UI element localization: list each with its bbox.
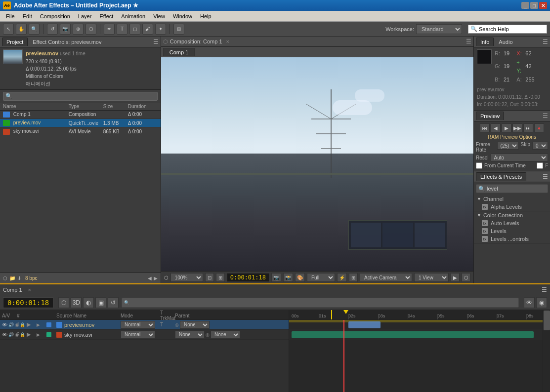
track-2-expand[interactable]: ▶ [27,331,37,338]
tab-audio[interactable]: Audio [495,38,516,46]
effect-levels-controls[interactable]: fx Levels ...ontrols [474,235,550,243]
track-2-video-toggle[interactable]: 👁 [2,332,7,338]
fast-preview-btn[interactable]: ⚡ [337,273,347,282]
timeline-menu-icon[interactable]: ☰ [542,286,547,293]
ram-preview-options[interactable]: RAM Preview Options [476,134,548,140]
menu-animation[interactable]: Animation [117,12,149,20]
close-button[interactable]: ✕ [539,2,547,9]
panel-menu-icon[interactable]: ☰ [153,39,159,45]
menu-edit[interactable]: Edit [19,12,36,20]
quality-dropdown[interactable]: Full [307,273,335,282]
timeline-tab-comp1[interactable]: Comp 1 [3,287,22,293]
search-input[interactable] [479,26,543,32]
project-item-comp1[interactable]: Comp 1 Composition Δ 0:00 [0,111,161,119]
brush-tool[interactable]: 🖌 [142,24,153,35]
track-1-parent-select[interactable]: None [180,321,210,329]
import-icon[interactable]: ⬇ [17,275,21,281]
track-1-keyframe-block[interactable] [348,321,381,328]
track-1-expand[interactable]: ▶ [27,321,37,328]
effect-group-color-header[interactable]: ▼ Color Correction [474,211,550,219]
show-channel-btn[interactable]: 🎨 [295,273,305,282]
timeline-close-icon[interactable]: × [28,287,31,293]
timeline-time-display[interactable]: 0:00:01:18 [3,297,53,308]
track-2-audio-toggle[interactable]: 🔊 [8,332,14,337]
skip-select[interactable]: 0 [532,142,548,150]
track-2-keyframe-block[interactable] [292,331,534,338]
maximize-button[interactable]: □ [530,2,538,9]
from-current-time-checkbox[interactable] [476,162,482,169]
menu-composition[interactable]: Composition [36,12,74,20]
workspace-dropdown[interactable]: Standard [416,24,462,34]
arrow-tool[interactable]: ↖ [3,24,14,35]
track-2-mode[interactable]: Normal [121,331,155,339]
track-2-expand-2[interactable]: ▶ [37,332,46,337]
mask-tool[interactable]: ⬡ [85,24,96,35]
next-frame-btn[interactable]: ▶▶ [512,123,522,132]
view-mode-dropdown[interactable]: 1 View [414,273,449,282]
effect-levels[interactable]: fx Levels [474,227,550,235]
menu-window[interactable]: Window [169,12,196,20]
play-btn[interactable]: ▶ [502,123,511,132]
track-1-mode[interactable]: Normal [121,321,155,329]
live-update-btn[interactable]: ↺ [108,297,119,308]
effects-menu-icon[interactable]: ☰ [543,173,548,180]
menu-effect[interactable]: Effect [95,12,117,20]
menu-view[interactable]: View [149,12,169,20]
tab-effects-presets[interactable]: Effects & Presets [476,172,526,181]
track-2-parent-select[interactable]: None [211,331,240,339]
last-frame-btn[interactable]: ⏭ [523,123,533,132]
resol-select[interactable]: Auto [491,154,548,161]
zoom-dropdown[interactable]: 100% [170,273,203,282]
menu-help[interactable]: Help [196,12,215,20]
timeline-scrollbar[interactable] [543,310,550,392]
track-row-1[interactable]: 👁 🔊 ◉ 🔒 1 ▶ ▶ preview.mov Normal T [0,320,289,330]
scrollbar-thumb[interactable] [544,311,550,330]
timeline-search-input[interactable] [131,300,516,306]
project-item-preview[interactable]: preview.mov QuickTi...ovie 1.3 MB Δ 0:00 [0,119,161,127]
viewer-settings-icon[interactable]: ⬡ [164,275,169,280]
effects-search-input[interactable] [487,186,550,192]
motion-blur-btn[interactable]: ◐ [83,297,94,308]
effect-group-channel-header[interactable]: ▼ Channel [474,195,550,203]
menu-file[interactable]: File [2,12,19,20]
shape-tool[interactable]: ◻ [129,24,140,35]
solo-btn[interactable]: ◉ [536,297,547,308]
fit-btn[interactable]: ⊡ [205,273,214,282]
new-comp-icon[interactable]: ⬡ [3,275,7,281]
tab-project[interactable]: Project [2,38,28,46]
menu-layer[interactable]: Layer [74,12,96,20]
grid-btn[interactable]: ⊞ [349,273,358,282]
region-btn[interactable]: ⬡ [462,273,470,282]
track-1-expand-2[interactable]: ▶ [37,322,46,327]
shy-layers-btn[interactable]: 👁 [524,297,535,308]
from-current-time-checkbox-2[interactable] [537,162,543,169]
track-row-2[interactable]: 👁 🔊 ◉ 🔒 2 ▶ ▶ sky mov.avi Normal [0,330,289,340]
preview-menu-icon[interactable]: ☰ [543,113,548,119]
new-folder-icon[interactable]: 📁 [9,275,15,281]
draft-3d-btn[interactable]: 3D [71,297,82,308]
record-btn[interactable]: ● [534,123,544,132]
zoom-tool[interactable]: 🔍 [29,24,40,35]
snapping-toggle[interactable]: ⊞ [173,24,184,35]
tab-effect-controls[interactable]: Effect Controls: preview.mov [29,38,105,46]
composition-markers-btn[interactable]: ⬡ [58,297,69,308]
prev-frame-btn[interactable]: ◀ [491,123,501,132]
comp-menu-icon[interactable]: ☰ [466,38,471,45]
rotate-tool[interactable]: ↺ [47,24,58,35]
timeline-ruler[interactable]: 00s 01s 02s 03s 04s 05s 06s 07s 08s [289,310,543,320]
frame-rate-select[interactable]: (25) [497,142,519,150]
effect-auto-levels[interactable]: fx Auto Levels [474,219,550,227]
track-1-video-toggle[interactable]: 👁 [2,322,7,328]
timeline-keyframe-area[interactable] [289,320,543,392]
track-2-trkmat-select[interactable]: None [175,331,205,339]
clone-tool[interactable]: ✦ [155,24,166,35]
pan-tool[interactable]: ⊕ [73,24,84,35]
info-menu-icon[interactable]: ☰ [543,39,548,45]
view-dropdown[interactable]: Active Camera [360,273,412,282]
frame-blend-btn[interactable]: ▣ [95,297,106,308]
track-1-audio-toggle[interactable]: 🔊 [8,322,14,327]
tab-info[interactable]: Info [476,38,494,46]
render-btn[interactable]: ▶ [451,273,460,282]
type-tool[interactable]: T [117,24,127,35]
tab-preview[interactable]: Preview [476,112,504,120]
